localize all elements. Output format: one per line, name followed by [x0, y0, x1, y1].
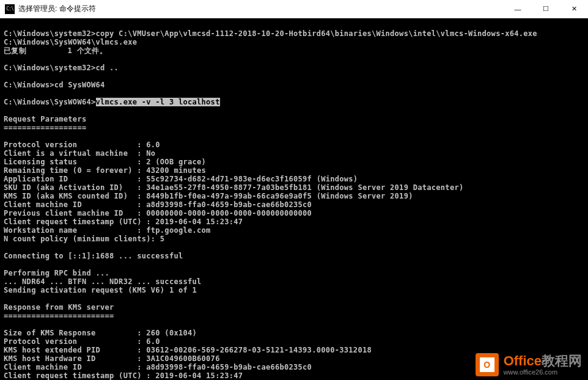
watermark-text: Office教程网 www.office26.com: [504, 354, 582, 376]
output-line: Client request timestamp (UTC) : 2019-06…: [4, 371, 243, 380]
output-line: Connecting to [::1]:1688 ... successful: [4, 252, 183, 260]
prompt: C:\Windows>: [4, 81, 54, 89]
prompt: C:\Windows\SysWOW64>: [4, 98, 96, 106]
output-line: 已复制 1 个文件。: [4, 46, 107, 55]
output-line: KMS host extended PID : 03612-00206-569-…: [4, 346, 372, 354]
output-line: Size of KMS Response : 260 (0x104): [4, 329, 197, 337]
prompt: C:\Windows\system32>: [4, 64, 96, 72]
output-line: Licensing status : 2 (OOB grace): [4, 158, 206, 166]
output-line: Application ID : 55c92734-d682-4d71-983e…: [4, 175, 358, 183]
watermark-url: www.office26.com: [504, 368, 582, 376]
output-line: Performing RPC bind ...: [4, 269, 109, 277]
divider: ==================: [4, 123, 86, 132]
output-line: Sending activation request (KMS V6) 1 of…: [4, 286, 197, 294]
output-line: Remaining time (0 = forever) : 43200 min…: [4, 166, 206, 175]
output-line: Previous client machine ID : 00000000-00…: [4, 209, 312, 217]
section-header: Response from KMS server: [4, 303, 114, 312]
output-line: ... NDR64 ... BTFN ... NDR32 ... success…: [4, 277, 202, 286]
watermark-title: Office教程网: [504, 354, 582, 368]
output-line: SKU ID (aka Activation ID) : 34e1ae55-27…: [4, 183, 463, 192]
output-line: Client is a virtual machine : No: [4, 149, 155, 158]
command-text: cd SysWOW64: [54, 81, 105, 89]
output-line: Workstation name : ftp.google.com: [4, 226, 211, 235]
watermark-icon: O: [476, 353, 499, 376]
output-line: Protocol version : 6.0: [4, 337, 160, 346]
watermark: O Office教程网 www.office26.com: [476, 353, 582, 376]
title-bar: C:\ 选择管理员: 命令提示符 — ☐ ✕: [0, 0, 588, 18]
prompt: C:\Windows\system32>: [4, 29, 96, 38]
maximize-button[interactable]: ☐: [532, 0, 560, 18]
output-line: KMS host Hardware ID : 3A1C049600B60076: [4, 354, 220, 363]
divider: ========================: [4, 312, 114, 320]
highlighted-command: vlmcs.exe -v -l 3 localhost: [96, 98, 220, 106]
window-title: 选择管理员: 命令提示符: [18, 4, 504, 14]
output-line: Client machine ID : a8d93998-ffa0-4659-b…: [4, 363, 312, 371]
output-line: N count policy (minimum clients): 5: [4, 235, 164, 243]
terminal-output[interactable]: C:\Windows\system32>copy C:\VMUser\App\v…: [0, 18, 588, 380]
section-header: Request Parameters: [4, 115, 86, 123]
output-line: Client request timestamp (UTC) : 2019-06…: [4, 217, 243, 226]
command-text: cd ..: [96, 64, 119, 72]
output-line: KMS ID (aka KMS counted ID) : 8449b1fb-f…: [4, 192, 413, 200]
window-controls: — ☐ ✕: [504, 0, 588, 18]
output-line: Protocol version : 6.0: [4, 141, 160, 149]
cmd-icon: C:\: [5, 4, 15, 14]
output-line: Client machine ID : a8d93998-ffa0-4659-b…: [4, 200, 312, 209]
command-text: copy C:\VMUser\App\vlmcsd-1112-2018-10-2…: [96, 29, 537, 38]
output-line: C:\Windows\SysWOW64\vlmcs.exe: [4, 38, 137, 46]
close-button[interactable]: ✕: [560, 0, 588, 18]
minimize-button[interactable]: —: [504, 0, 532, 18]
